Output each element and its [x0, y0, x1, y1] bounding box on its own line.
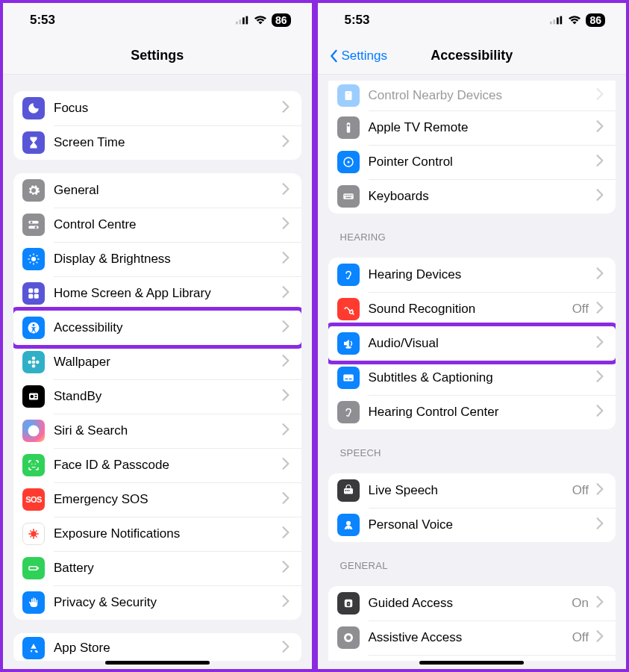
settings-row-privacy-security[interactable]: Privacy & Security	[13, 585, 301, 620]
battery-level: 86	[586, 13, 605, 27]
status-time: 5:53	[345, 13, 370, 28]
status-indicators: 86	[236, 13, 291, 27]
standby-icon	[22, 385, 45, 408]
row-label: Audio/Visual	[369, 336, 594, 351]
settings-row-focus[interactable]: Focus	[13, 91, 301, 125]
settings-group: App Store	[13, 633, 301, 661]
settings-row-standby[interactable]: StandBy	[13, 379, 301, 414]
settings-row-battery[interactable]: Battery	[13, 551, 301, 585]
row-label: Screen Time	[54, 135, 279, 150]
svg-point-34	[35, 464, 37, 465]
svg-point-29	[31, 395, 34, 399]
svg-rect-31	[35, 397, 37, 399]
settings-row-siri[interactable]: Siri	[328, 655, 616, 661]
accessibility-list[interactable]: Control Nearby DevicesApple TV RemotePoi…	[318, 75, 627, 661]
ear-icon	[337, 264, 360, 286]
svg-point-74	[346, 521, 351, 526]
settings-row-display-brightness[interactable]: Display & Brightness	[13, 242, 301, 276]
svg-rect-30	[35, 395, 37, 396]
assistive-icon	[337, 626, 360, 649]
svg-point-84	[346, 635, 351, 640]
settings-row-hearing-devices[interactable]: Hearing Devices	[328, 258, 616, 292]
chevron-right-icon	[279, 354, 292, 370]
nav-title: Settings	[131, 48, 184, 63]
settings-row-emergency-sos[interactable]: SOSEmergency SOS	[13, 482, 301, 517]
settings-row-guided-access[interactable]: Guided AccessOn	[328, 586, 616, 620]
settings-row-home-screen-app-library[interactable]: Home Screen & App Library	[13, 276, 301, 311]
settings-row-control-centre[interactable]: Control Centre	[13, 208, 301, 242]
row-label: Assistive Access	[369, 630, 572, 645]
svg-point-22	[33, 324, 35, 326]
settings-row-personal-voice[interactable]: Personal Voice	[328, 508, 616, 542]
svg-line-16	[37, 255, 38, 257]
settings-row-control-nearby-devices[interactable]: Control Nearby Devices	[328, 81, 616, 111]
settings-row-audio-visual[interactable]: Audio/Visual	[328, 326, 616, 361]
svg-rect-73	[348, 490, 350, 491]
chevron-right-icon	[279, 217, 292, 233]
chevron-right-icon	[593, 517, 607, 533]
svg-rect-46	[30, 567, 37, 570]
hearctrl-icon	[337, 401, 360, 423]
row-label: Apple TV Remote	[369, 120, 594, 135]
settings-row-keyboards[interactable]: Keyboards	[328, 179, 616, 214]
group-header: Hearing	[318, 227, 627, 247]
faceid-icon	[22, 454, 45, 476]
svg-rect-1	[239, 19, 241, 24]
row-label: Hearing Control Center	[369, 405, 594, 420]
svg-rect-53	[346, 122, 350, 133]
svg-rect-67	[343, 375, 354, 382]
settings-row-subtitles-captioning[interactable]: Subtitles & Captioning	[328, 361, 616, 395]
accessibility-icon	[22, 317, 45, 339]
right-phone: 5:53 86 Settings Accessibility Control N…	[315, 0, 630, 672]
row-label: Siri & Search	[54, 423, 279, 438]
settings-row-face-id-passcode[interactable]: Face ID & Passcode	[13, 448, 301, 482]
nav-bar: Settings	[3, 37, 312, 75]
svg-line-65	[352, 313, 354, 314]
settings-row-assistive-access[interactable]: Assistive AccessOff	[328, 620, 616, 655]
back-button[interactable]: Settings	[327, 49, 387, 63]
svg-rect-69	[348, 379, 351, 380]
settings-row-exposure-notifications[interactable]: Exposure Notifications	[13, 517, 301, 551]
row-label: Subtitles & Captioning	[369, 370, 594, 385]
settings-row-app-store[interactable]: App Store	[13, 633, 301, 661]
row-label: App Store	[54, 641, 279, 656]
settings-row-sound-recognition[interactable]: Sound RecognitionOff	[328, 292, 616, 326]
svg-rect-59	[346, 195, 348, 196]
settings-row-pointer-control[interactable]: Pointer Control	[328, 145, 616, 179]
row-label: Hearing Devices	[369, 267, 594, 282]
settings-row-siri-search[interactable]: Siri & Search	[13, 414, 301, 448]
svg-line-40	[31, 531, 32, 532]
svg-point-6	[31, 221, 33, 223]
back-label: Settings	[342, 49, 387, 63]
settings-group: Live SpeechOffPersonal Voice	[328, 473, 616, 542]
chevron-right-icon	[593, 595, 607, 612]
settings-group: GeneralControl CentreDisplay & Brightnes…	[13, 173, 301, 620]
chevron-right-icon	[279, 251, 292, 267]
chevron-right-icon	[279, 560, 292, 576]
row-value: Off	[572, 302, 589, 317]
settings-row-apple-tv-remote[interactable]: Apple TV Remote	[328, 111, 616, 145]
remote-icon	[337, 84, 360, 107]
pointer-icon	[337, 151, 360, 173]
chevron-right-icon	[279, 423, 292, 439]
settings-row-screen-time[interactable]: Screen Time	[13, 125, 301, 160]
settings-row-hearing-control-center[interactable]: Hearing Control Center	[328, 395, 616, 429]
chevron-right-icon	[593, 267, 607, 283]
guided-icon	[337, 592, 360, 615]
status-indicators: 86	[550, 13, 605, 27]
row-label: Exposure Notifications	[54, 526, 279, 541]
svg-rect-2	[242, 17, 245, 24]
moon-icon	[22, 97, 45, 119]
settings-row-general[interactable]: General	[13, 173, 301, 208]
settings-row-wallpaper[interactable]: Wallpaper	[13, 345, 301, 379]
settings-row-accessibility[interactable]: Accessibility	[13, 311, 301, 345]
chevron-right-icon	[279, 285, 292, 302]
settings-row-live-speech[interactable]: Live SpeechOff	[328, 473, 616, 508]
home-indicator[interactable]	[419, 661, 524, 665]
chevron-right-icon	[279, 388, 292, 405]
chevron-right-icon	[279, 320, 292, 336]
home-indicator[interactable]	[105, 661, 210, 665]
settings-list[interactable]: FocusScreen TimeGeneralControl CentreDis…	[3, 75, 312, 661]
tvremote-icon	[337, 116, 360, 139]
row-label: Control Centre	[54, 217, 279, 232]
